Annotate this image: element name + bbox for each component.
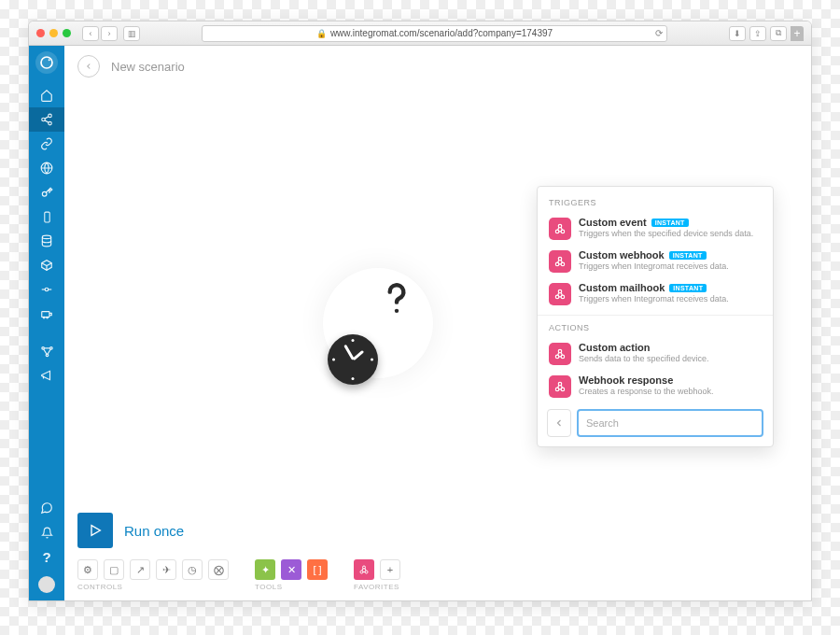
nav-forward-button[interactable]: ›: [101, 26, 118, 41]
sidebar-item-announce[interactable]: [29, 363, 64, 388]
autoalign-button[interactable]: ↗: [130, 559, 150, 580]
sidebar-item-home[interactable]: [29, 83, 64, 107]
browser-window: ‹ › ▥ 🔒 www.integromat.com/scenario/add?…: [28, 21, 812, 601]
trigger-custom-mailhook[interactable]: Custom mailhookINSTANT Triggers when Int…: [538, 278, 773, 311]
question-mark-icon: [376, 278, 417, 323]
svg-point-10: [42, 235, 50, 239]
run-once-label: Run once: [124, 523, 184, 539]
sidebar-item-misc1[interactable]: [29, 277, 64, 302]
svg-point-16: [47, 317, 49, 318]
webhook-icon: [549, 375, 571, 398]
svg-point-17: [41, 346, 44, 349]
action-title: Custom action: [579, 342, 650, 353]
sidebar: ?: [29, 46, 64, 600]
svg-point-18: [49, 346, 52, 349]
svg-point-15: [43, 317, 45, 318]
notes-button[interactable]: ▢: [104, 559, 124, 580]
svg-point-2: [49, 114, 52, 118]
svg-point-8: [42, 191, 47, 196]
run-once-button[interactable]: [77, 513, 113, 548]
webhook-icon: [549, 343, 571, 365]
sidebar-item-flow[interactable]: [29, 339, 64, 363]
module-picker-panel: TRIGGERS Custom eventINSTANT Triggers wh…: [537, 186, 774, 447]
trigger-title: Custom event: [579, 217, 647, 228]
address-bar[interactable]: 🔒 www.integromat.com/scenario/add?compan…: [202, 25, 667, 42]
search-back-button[interactable]: [547, 409, 571, 437]
tools-group: ✦ ✕ [ ] TOOLS: [255, 559, 328, 591]
tabs-button[interactable]: ⧉: [770, 26, 787, 41]
close-window-icon[interactable]: [36, 29, 45, 37]
trigger-desc: Triggers when Integromat receives data.: [579, 294, 762, 305]
svg-point-4: [49, 121, 52, 125]
tools-label: TOOLS: [255, 583, 328, 591]
add-favorite-button[interactable]: +: [380, 559, 400, 580]
trigger-desc: Triggers when Integromat receives data.: [579, 261, 762, 273]
lock-icon: 🔒: [316, 29, 327, 38]
search-input[interactable]: [577, 409, 763, 437]
sidebar-item-connections[interactable]: [29, 132, 64, 156]
favorites-label: FAVORITES: [354, 583, 400, 591]
tool-orange-button[interactable]: [ ]: [307, 559, 328, 580]
sidebar-item-scenarios[interactable]: [29, 107, 64, 132]
explain-flow-button[interactable]: ✈: [156, 559, 176, 580]
action-desc: Creates a response to the webhook.: [579, 387, 762, 398]
sidebar-item-templates[interactable]: [29, 253, 64, 277]
sidebar-item-webhooks[interactable]: [29, 156, 64, 180]
svg-line-5: [45, 117, 49, 119]
nav-back-button[interactable]: ‹: [82, 26, 99, 41]
app-logo[interactable]: [35, 51, 58, 74]
instant-badge: INSTANT: [651, 219, 689, 227]
new-tab-button[interactable]: +: [791, 26, 804, 41]
instant-badge: INSTANT: [669, 251, 707, 260]
clock-icon[interactable]: [328, 334, 378, 385]
action-custom-action[interactable]: Custom action Sends data to the specifie…: [538, 338, 773, 371]
sidebar-item-keys[interactable]: [29, 180, 64, 205]
share-button[interactable]: ⇪: [749, 26, 766, 41]
sidebar-toggle-button[interactable]: ▥: [123, 26, 140, 41]
main-area: New scenario: [64, 46, 811, 600]
action-webhook-response[interactable]: Webhook response Creates a response to t…: [538, 371, 773, 403]
svg-point-19: [46, 354, 49, 357]
controls-group: ⚙ ▢ ↗ ✈ ◷ ⨂ CONTROLS: [77, 559, 229, 591]
schedule-button[interactable]: ◷: [182, 559, 203, 580]
sidebar-item-help[interactable]: ?: [29, 544, 64, 569]
favorite-webhook-button[interactable]: [354, 559, 374, 580]
minimize-window-icon[interactable]: [49, 29, 58, 37]
canvas-placeholder: [322, 267, 434, 379]
svg-point-11: [45, 288, 49, 291]
trigger-title: Custom webhook: [579, 249, 665, 261]
exit-button[interactable]: ⨂: [208, 559, 229, 580]
sidebar-item-notifications[interactable]: [29, 520, 64, 544]
download-button[interactable]: ⬇: [729, 26, 746, 41]
svg-point-3: [42, 118, 46, 121]
bottom-bar: Run once ⚙ ▢ ↗ ✈ ◷ ⨂ CONTROLS: [64, 503, 811, 600]
svg-line-6: [45, 120, 49, 122]
tool-green-button[interactable]: ✦: [255, 559, 275, 580]
sidebar-item-datastores[interactable]: [29, 229, 64, 253]
svg-rect-14: [42, 312, 49, 318]
browser-chrome: ‹ › ▥ 🔒 www.integromat.com/scenario/add?…: [29, 21, 811, 46]
svg-point-1: [49, 59, 50, 61]
webhook-icon: [549, 218, 571, 240]
webhook-icon: [549, 250, 571, 273]
sidebar-item-misc2[interactable]: [29, 302, 64, 326]
page-title: New scenario: [111, 60, 185, 74]
trigger-custom-webhook[interactable]: Custom webhookINSTANT Triggers when Inte…: [538, 246, 773, 278]
window-controls: [36, 29, 71, 37]
sidebar-item-chat[interactable]: [29, 496, 64, 520]
sidebar-item-devices[interactable]: [29, 205, 64, 229]
refresh-icon[interactable]: ⟳: [655, 28, 663, 38]
back-button[interactable]: [77, 55, 100, 78]
settings-button[interactable]: ⚙: [77, 559, 98, 580]
svg-point-20: [395, 309, 399, 313]
tool-purple-button[interactable]: ✕: [281, 559, 301, 580]
address-url: www.integromat.com/scenario/add?company=…: [330, 28, 553, 38]
user-avatar[interactable]: [38, 576, 55, 593]
trigger-title: Custom mailhook: [579, 282, 665, 293]
favorites-group: + FAVORITES: [354, 559, 400, 591]
controls-label: CONTROLS: [77, 583, 229, 591]
trigger-custom-event[interactable]: Custom eventINSTANT Triggers when the sp…: [538, 213, 773, 246]
topbar: New scenario: [64, 46, 811, 87]
maximize-window-icon[interactable]: [63, 29, 71, 37]
actions-heading: ACTIONS: [538, 319, 773, 338]
